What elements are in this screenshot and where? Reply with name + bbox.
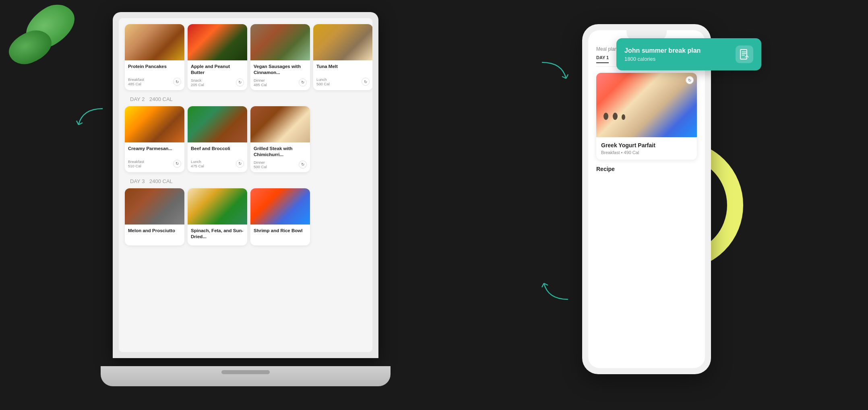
phone-frame: Meal plan DAY 1 DAY 2 DAY 3 ↻ Greek Yogu… — [582, 24, 711, 374]
yogurt-title: Greek Yogurt Parfait — [601, 142, 692, 148]
yogurt-image: ↻ — [596, 73, 697, 137]
meal-card-shrimp: Shrimp and Rice Bowl — [250, 188, 310, 245]
day2-section: DAY 2 2400 CAL Creamy Parmesan... — [125, 96, 366, 172]
meal-card-apple: Apple and Peanut Butter Snack 205 Cal ↻ — [188, 24, 247, 90]
creamy-cal: 510 Cal — [128, 164, 144, 168]
apple-title: Apple and Peanut Butter — [191, 64, 244, 76]
tuna-type: Lunch — [316, 77, 330, 82]
yogurt-body: Greek Yogurt Parfait Breakfast • 490 Cal — [596, 137, 697, 160]
laptop-screen-inner: Protein Pancakes Breakfast 485 Cal ↻ — [119, 18, 372, 352]
day3-header: DAY 3 2400 CAL — [125, 178, 366, 184]
tab-day1[interactable]: DAY 1 — [596, 55, 609, 63]
beef-refresh-btn[interactable]: ↻ — [236, 160, 244, 168]
spinach-image — [188, 188, 247, 225]
steak-title: Grilled Steak with Chimichurri... — [254, 146, 307, 158]
spinach-body: Spinach, Feta, and Sun-Dried... — [188, 225, 247, 245]
meal-card-tuna: Tuna Melt Lunch 500 Cal ↻ — [313, 24, 372, 90]
beef-body: Beef and Broccoli Lunch 475 Cal ↻ — [188, 142, 247, 171]
pancakes-cal: 485 Cal — [128, 82, 144, 86]
steak-cal: 500 Cal — [254, 165, 267, 169]
creamy-type: Breakfast — [128, 159, 144, 164]
day2-label: DAY 2 — [130, 96, 145, 102]
yogurt-meal-type: Breakfast — [601, 150, 620, 155]
recipe-section-label: Recipe — [596, 166, 697, 172]
sausage-image — [250, 24, 310, 60]
tuna-refresh-btn[interactable]: ↻ — [362, 78, 370, 86]
steak-body: Grilled Steak with Chimichurri... Dinner… — [250, 142, 310, 172]
arrow-right-top-decoration — [538, 58, 570, 82]
tuna-meta: Lunch 500 Cal ↻ — [316, 77, 370, 86]
pancakes-image — [125, 24, 184, 60]
steak-refresh-btn[interactable]: ↻ — [299, 161, 307, 169]
sausage-type: Dinner — [254, 78, 267, 82]
day3-label: DAY 3 — [130, 178, 145, 184]
pancakes-type: Breakfast — [128, 77, 144, 82]
steak-meta: Dinner 500 Cal ↻ — [254, 160, 307, 169]
apple-image — [188, 24, 247, 60]
pdf-icon[interactable] — [736, 45, 753, 63]
day2-calories: 2400 CAL — [149, 96, 173, 102]
shrimp-body: Shrimp and Rice Bowl — [250, 225, 310, 245]
day3-calories: 2400 CAL — [149, 178, 173, 184]
day2-header: DAY 2 2400 CAL — [125, 96, 366, 102]
shrimp-image — [250, 188, 310, 225]
pancakes-title: Protein Pancakes — [128, 64, 181, 75]
tuna-body: Tuna Melt Lunch 500 Cal ↻ — [313, 60, 372, 89]
arrow-right-bottom-decoration — [540, 279, 572, 303]
meal-card-protein-pancakes: Protein Pancakes Breakfast 485 Cal ↻ — [125, 24, 184, 90]
steak-type: Dinner — [254, 160, 267, 165]
beef-cal: 475 Cal — [191, 164, 204, 168]
apple-type-cal: Snack 205 Cal — [191, 78, 204, 87]
melon-title: Melon and Prosciutto — [128, 228, 181, 239]
shrimp-title: Shrimp and Rice Bowl — [254, 228, 307, 239]
laptop-screen: Protein Pancakes Breakfast 485 Cal ↻ — [113, 12, 378, 358]
spinach-title: Spinach, Feta, and Sun-Dried... — [191, 228, 244, 240]
pancakes-type-cal: Breakfast 485 Cal — [128, 77, 144, 86]
phone: Meal plan DAY 1 DAY 2 DAY 3 ↻ Greek Yogu… — [582, 24, 711, 374]
notification-text: John summer break plan 1800 calories — [624, 47, 701, 62]
meal-card-steak: Grilled Steak with Chimichurri... Dinner… — [250, 106, 310, 172]
seeds-decoration — [602, 113, 626, 122]
day1-cards-row: Protein Pancakes Breakfast 485 Cal ↻ — [125, 24, 366, 90]
scene: Protein Pancakes Breakfast 485 Cal ↻ — [0, 0, 868, 410]
notification-title: John summer break plan — [624, 47, 701, 54]
day3-cards-row: Melon and Prosciutto Spinach, Feta, and … — [125, 188, 366, 245]
creamy-image — [125, 106, 184, 142]
notification-subtitle: 1800 calories — [624, 56, 701, 62]
creamy-refresh-btn[interactable]: ↻ — [173, 160, 181, 168]
meal-card-melon: Melon and Prosciutto — [125, 188, 184, 245]
svg-rect-0 — [740, 49, 747, 59]
yogurt-calories: 490 Cal — [624, 150, 639, 155]
pancakes-refresh-btn[interactable]: ↻ — [173, 78, 181, 86]
notification-card[interactable]: John summer break plan 1800 calories — [616, 38, 761, 70]
laptop: Protein Pancakes Breakfast 485 Cal ↻ — [113, 12, 386, 386]
yogurt-meta: Breakfast • 490 Cal — [601, 150, 692, 155]
beef-title: Beef and Broccoli — [191, 146, 244, 157]
day2-cards-row: Creamy Parmesan... Breakfast 510 Cal ↻ — [125, 106, 366, 172]
beef-type-cal: Lunch 475 Cal — [191, 159, 204, 168]
sausage-body: Vegan Sausages with Cinnamon... Dinner 4… — [250, 60, 310, 90]
apple-body: Apple and Peanut Butter Snack 205 Cal ↻ — [188, 60, 247, 90]
meal-card-sausage: Vegan Sausages with Cinnamon... Dinner 4… — [250, 24, 310, 90]
yogurt-refresh-btn[interactable]: ↻ — [686, 76, 694, 84]
sausage-title: Vegan Sausages with Cinnamon... — [254, 64, 307, 76]
pancakes-meta: Breakfast 485 Cal ↻ — [128, 77, 181, 86]
apple-meta: Snack 205 Cal ↻ — [191, 78, 244, 87]
meal-card-creamy: Creamy Parmesan... Breakfast 510 Cal ↻ — [125, 106, 184, 172]
laptop-base — [101, 366, 391, 386]
beef-meta: Lunch 475 Cal ↻ — [191, 159, 244, 168]
tuna-type-cal: Lunch 500 Cal — [316, 77, 330, 86]
sausage-refresh-btn[interactable]: ↻ — [299, 78, 307, 87]
apple-type: Snack — [191, 78, 204, 82]
tuna-title: Tuna Melt — [316, 64, 370, 75]
apple-refresh-btn[interactable]: ↻ — [236, 78, 244, 87]
melon-image — [125, 188, 184, 225]
creamy-title: Creamy Parmesan... — [128, 146, 181, 157]
beef-image — [188, 106, 247, 142]
creamy-body: Creamy Parmesan... Breakfast 510 Cal ↻ — [125, 142, 184, 171]
pancakes-body: Protein Pancakes Breakfast 485 Cal ↻ — [125, 60, 184, 89]
day1-section: Protein Pancakes Breakfast 485 Cal ↻ — [125, 24, 366, 90]
phone-content: Meal plan DAY 1 DAY 2 DAY 3 ↻ Greek Yogu… — [588, 30, 705, 368]
creamy-meta: Breakfast 510 Cal ↻ — [128, 159, 181, 168]
steak-image — [250, 106, 310, 142]
